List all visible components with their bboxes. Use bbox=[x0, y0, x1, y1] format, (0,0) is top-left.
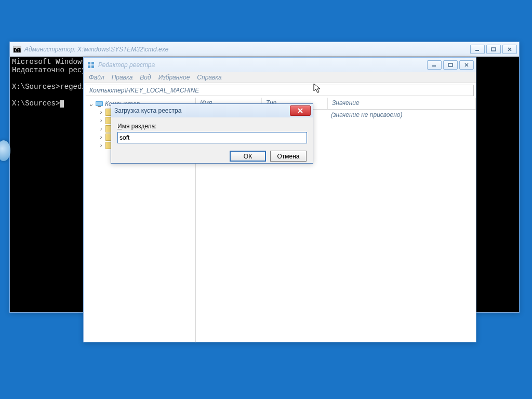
close-button[interactable] bbox=[290, 105, 311, 116]
svg-rect-17 bbox=[98, 106, 101, 107]
menu-view[interactable]: Вид bbox=[140, 74, 151, 81]
menu-fav[interactable]: Избранное bbox=[158, 74, 190, 81]
svg-rect-8 bbox=[91, 62, 94, 64]
svg-rect-9 bbox=[88, 65, 90, 68]
cancel-button[interactable]: Отмена bbox=[270, 151, 307, 162]
svg-rect-7 bbox=[88, 62, 90, 64]
cmd-titlebar[interactable]: C:\ Администратор: X:\windows\SYSTEM32\c… bbox=[10, 42, 519, 57]
cmd-title: Администратор: X:\windows\SYSTEM32\cmd.e… bbox=[24, 46, 467, 53]
regedit-title: Редактор реестра bbox=[98, 61, 424, 69]
svg-rect-12 bbox=[448, 63, 453, 66]
regedit-window-controls bbox=[427, 60, 474, 70]
cmd-cursor bbox=[60, 100, 64, 108]
regedit-menubar: Файл Правка Вид Избранное Справка bbox=[84, 72, 476, 83]
expand-icon[interactable]: › bbox=[98, 143, 104, 149]
close-button[interactable] bbox=[502, 45, 517, 54]
minimize-button[interactable] bbox=[470, 45, 485, 54]
expand-icon[interactable]: › bbox=[98, 126, 104, 132]
regedit-icon bbox=[87, 61, 95, 69]
col-value[interactable]: Значение bbox=[328, 98, 476, 109]
minimize-button[interactable] bbox=[427, 60, 442, 70]
ok-button[interactable]: ОК bbox=[230, 151, 266, 162]
taskbar-orb[interactable] bbox=[0, 140, 10, 161]
dialog-titlebar[interactable]: Загрузка куста реестра bbox=[111, 104, 313, 117]
maximize-button[interactable] bbox=[443, 60, 458, 70]
regedit-window: Редактор реестра Файл Правка Вид Избранн… bbox=[83, 57, 476, 342]
collapse-icon[interactable]: ⌄ bbox=[88, 101, 94, 107]
computer-icon bbox=[95, 101, 103, 107]
load-hive-dialog: Загрузка куста реестра Имя раздела: ОК О… bbox=[111, 103, 313, 164]
regedit-titlebar[interactable]: Редактор реестра bbox=[84, 58, 476, 72]
expand-icon[interactable]: › bbox=[98, 118, 104, 124]
svg-text:C:\: C:\ bbox=[15, 48, 21, 52]
menu-help[interactable]: Справка bbox=[197, 74, 221, 81]
svg-rect-4 bbox=[491, 48, 496, 51]
default-value: (значение не присвоено) bbox=[327, 111, 476, 118]
close-button[interactable] bbox=[459, 60, 474, 70]
svg-rect-16 bbox=[96, 102, 102, 105]
menu-edit[interactable]: Правка bbox=[112, 74, 133, 81]
expand-icon[interactable]: › bbox=[98, 110, 104, 115]
menu-file[interactable]: Файл bbox=[89, 74, 104, 81]
svg-rect-10 bbox=[91, 65, 94, 68]
maximize-button[interactable] bbox=[486, 45, 501, 54]
address-bar[interactable]: Компьютер\HKEY_LOCAL_MACHINE bbox=[86, 85, 474, 96]
cmd-icon: C:\ bbox=[13, 45, 21, 54]
key-name-input[interactable] bbox=[117, 132, 307, 143]
dialog-title: Загрузка куста реестра bbox=[114, 107, 287, 114]
key-name-label: Имя раздела: bbox=[117, 123, 307, 130]
expand-icon[interactable]: › bbox=[98, 135, 104, 140]
cmd-window-controls bbox=[470, 45, 517, 54]
